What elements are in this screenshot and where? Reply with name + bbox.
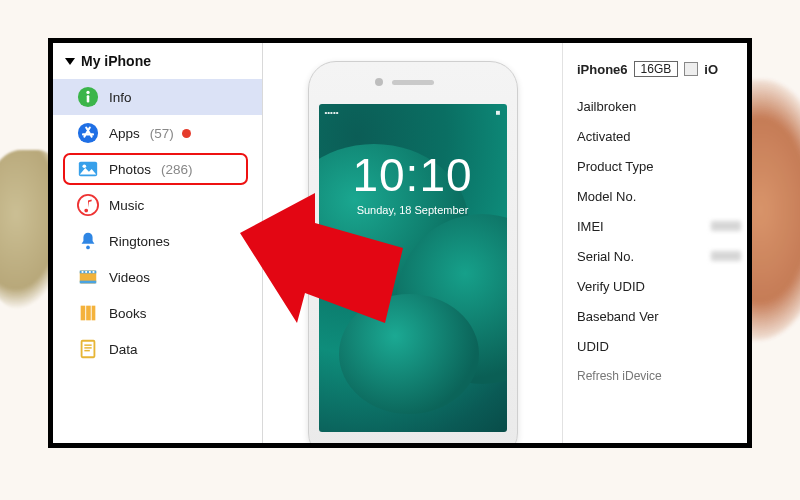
lockscreen-time: 10:10 xyxy=(319,148,507,202)
spec-model-no: Model No. xyxy=(577,181,747,211)
appstore-icon xyxy=(77,122,99,144)
spec-label: Model No. xyxy=(577,189,636,204)
svg-rect-10 xyxy=(80,281,97,284)
spec-baseband: Baseband Ver xyxy=(577,301,747,331)
sidebar-item-label: Apps xyxy=(109,126,140,141)
spec-activated: Activated xyxy=(577,121,747,151)
spec-list: Jailbroken Activated Product Type Model … xyxy=(577,91,747,361)
svg-point-7 xyxy=(86,246,90,250)
svg-rect-19 xyxy=(84,344,91,345)
sidebar-item-label: Videos xyxy=(109,270,150,285)
sidebar-item-apps[interactable]: Apps (57) xyxy=(53,115,262,151)
spec-label: Activated xyxy=(577,129,630,144)
info-panel: iPhone6 16GB iO Jailbroken Activated Pro… xyxy=(562,43,747,443)
sidebar-item-info[interactable]: Info xyxy=(53,79,262,115)
svg-rect-17 xyxy=(92,306,96,321)
svg-rect-12 xyxy=(85,271,87,273)
spec-label: Baseband Ver xyxy=(577,309,659,324)
svg-rect-20 xyxy=(84,347,91,348)
svg-rect-16 xyxy=(86,306,91,321)
sidebar-item-label: Ringtones xyxy=(109,234,170,249)
collapse-triangle-icon xyxy=(65,58,75,65)
phone-frame: ••••• ■ 10:10 Sunday, 18 September xyxy=(308,61,518,448)
capacity-badge: 16GB xyxy=(634,61,679,77)
device-model-row: iPhone6 16GB iO xyxy=(577,61,747,77)
phone-speaker-icon xyxy=(392,80,434,85)
svg-rect-1 xyxy=(87,95,90,102)
phone-camera-icon xyxy=(375,78,383,86)
spec-verify-udid: Verify UDID xyxy=(577,271,747,301)
sidebar-item-label: Music xyxy=(109,198,144,213)
svg-point-2 xyxy=(86,91,89,94)
sidebar: My iPhone Info Apps (57) xyxy=(53,43,263,443)
sidebar-item-count: (57) xyxy=(150,126,174,141)
svg-rect-14 xyxy=(93,271,95,273)
sidebar-item-ringtones[interactable]: Ringtones xyxy=(53,223,262,259)
phone-screen: ••••• ■ 10:10 Sunday, 18 September xyxy=(319,104,507,432)
sidebar-item-label: Info xyxy=(109,90,132,105)
phone-statusbar: ••••• ■ xyxy=(325,108,501,117)
data-icon xyxy=(77,338,99,360)
spec-label: Product Type xyxy=(577,159,653,174)
sidebar-item-label: Photos xyxy=(109,162,151,177)
sidebar-header[interactable]: My iPhone xyxy=(53,49,262,79)
info-icon xyxy=(77,86,99,108)
music-icon xyxy=(77,194,99,216)
update-badge-icon xyxy=(182,129,191,138)
device-preview: ••••• ■ 10:10 Sunday, 18 September xyxy=(263,43,562,443)
os-label: iO xyxy=(704,62,718,77)
signal-icon: ••••• xyxy=(325,108,339,117)
sidebar-item-label: Books xyxy=(109,306,147,321)
color-swatch-icon xyxy=(684,62,698,76)
svg-rect-13 xyxy=(89,271,91,273)
svg-rect-15 xyxy=(81,306,86,321)
spec-product-type: Product Type xyxy=(577,151,747,181)
app-window: My iPhone Info Apps (57) xyxy=(48,38,752,448)
sidebar-nav: Info Apps (57) Photos (286) xyxy=(53,79,262,367)
books-icon xyxy=(77,302,99,324)
spec-imei: IMEI xyxy=(577,211,747,241)
battery-icon: ■ xyxy=(496,108,501,117)
lockscreen-date: Sunday, 18 September xyxy=(319,204,507,216)
svg-point-3 xyxy=(78,123,98,143)
spec-jailbroken: Jailbroken xyxy=(577,91,747,121)
svg-point-5 xyxy=(83,164,87,168)
sidebar-item-books[interactable]: Books xyxy=(53,295,262,331)
sidebar-header-label: My iPhone xyxy=(81,53,151,69)
svg-rect-21 xyxy=(84,350,90,351)
device-model: iPhone6 xyxy=(577,62,628,77)
sidebar-item-photos[interactable]: Photos (286) xyxy=(53,151,262,187)
sidebar-item-videos[interactable]: Videos xyxy=(53,259,262,295)
sidebar-item-music[interactable]: Music xyxy=(53,187,262,223)
svg-rect-11 xyxy=(82,271,84,273)
sidebar-item-label: Data xyxy=(109,342,138,357)
spec-label: Verify UDID xyxy=(577,279,645,294)
spec-label: UDID xyxy=(577,339,609,354)
spec-label: Serial No. xyxy=(577,249,634,264)
sidebar-item-count: (286) xyxy=(161,162,193,177)
spec-label: Jailbroken xyxy=(577,99,636,114)
videos-icon xyxy=(77,266,99,288)
spec-udid: UDID xyxy=(577,331,747,361)
spec-serial-no: Serial No. xyxy=(577,241,747,271)
svg-rect-18 xyxy=(82,341,95,358)
spec-label: IMEI xyxy=(577,219,604,234)
bell-icon xyxy=(77,230,99,252)
sidebar-item-data[interactable]: Data xyxy=(53,331,262,367)
photos-icon xyxy=(77,158,99,180)
lockscreen-clock: 10:10 Sunday, 18 September xyxy=(319,148,507,216)
refresh-device-link[interactable]: Refresh iDevice xyxy=(577,369,747,383)
